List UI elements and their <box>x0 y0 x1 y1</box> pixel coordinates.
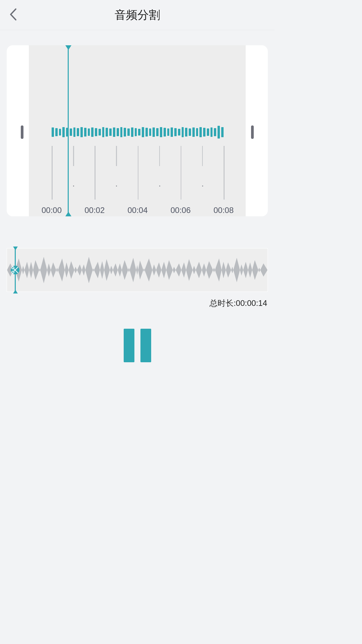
pause-button[interactable] <box>124 329 151 362</box>
waveform-tick <box>185 128 187 137</box>
waveform-tick <box>214 128 216 136</box>
waveform-tick <box>95 128 97 136</box>
waveform-tick <box>135 128 137 136</box>
time-label: 00:02 <box>84 206 105 215</box>
waveform-tick <box>124 128 126 137</box>
time-label: 00:08 <box>214 206 234 215</box>
waveform-tick <box>117 128 119 136</box>
waveform-tick <box>120 127 123 137</box>
waveform-tick <box>178 129 180 136</box>
waveform-tick <box>109 128 112 136</box>
waveform-tick <box>218 126 220 139</box>
trim-handle-start[interactable] <box>21 125 23 139</box>
duration-value: 00:00:14 <box>236 299 267 308</box>
waveform-tick <box>73 127 76 137</box>
waveform-tick <box>59 129 61 136</box>
waveform-tick <box>62 127 65 137</box>
waveform-tick <box>55 128 58 136</box>
waveform-tick <box>77 128 79 136</box>
time-label: 00:06 <box>171 206 191 215</box>
waveform-tick <box>189 128 191 136</box>
ruler-dot <box>202 185 203 186</box>
ruler-tick <box>138 146 139 200</box>
time-label: 00:04 <box>127 206 147 215</box>
waveform-tick <box>131 127 133 137</box>
waveform-tick <box>88 128 90 136</box>
back-button[interactable] <box>9 8 17 22</box>
time-label: 00:00 <box>42 206 62 215</box>
ruler-dot <box>159 185 160 186</box>
ruler-tick <box>116 146 117 166</box>
waveform-tick <box>182 127 184 137</box>
waveform-tick <box>145 128 148 137</box>
ruler-tick <box>52 146 53 200</box>
waveform-tick <box>174 128 177 136</box>
waveform-tick <box>207 128 209 136</box>
pause-icon <box>124 329 134 362</box>
scissors-icon <box>11 266 19 274</box>
waveform-tick <box>221 127 224 137</box>
waveform-overview[interactable] <box>7 248 268 292</box>
total-duration: 总时长:00:00:14 <box>209 298 267 309</box>
ruler-tick <box>224 146 225 200</box>
svg-point-0 <box>12 267 14 269</box>
waveform-tick <box>160 127 162 137</box>
waveform-tick <box>138 129 140 136</box>
pause-icon <box>140 329 151 362</box>
waveform-tick <box>196 128 198 136</box>
waveform-tick <box>102 127 105 137</box>
waveform-tick <box>149 128 152 136</box>
waveform-tick <box>91 127 94 137</box>
ruler-dot <box>73 185 74 186</box>
chevron-left-icon <box>9 8 17 21</box>
waveform-tick <box>106 128 108 137</box>
waveform-segments <box>52 126 224 139</box>
scissors-badge[interactable] <box>11 266 19 274</box>
ruler-tick <box>181 146 182 200</box>
waveform-tick <box>167 128 170 136</box>
ruler-tick <box>159 146 160 166</box>
ruler-tick <box>202 146 203 166</box>
ruler-tick <box>95 146 96 200</box>
waveform-tick <box>127 128 130 136</box>
waveform-tick <box>192 127 195 137</box>
playhead[interactable] <box>68 45 69 216</box>
page-title: 音频分割 <box>115 7 160 23</box>
ruler-dot <box>116 185 117 186</box>
waveform-tick <box>84 128 86 137</box>
waveform-tick <box>52 127 54 137</box>
waveform-tick <box>99 129 101 136</box>
ruler-tick <box>73 146 74 166</box>
waveform-tick <box>156 128 159 136</box>
time-ruler <box>52 146 224 203</box>
waveform-tick <box>80 127 83 137</box>
waveform-tick <box>199 127 202 137</box>
svg-point-1 <box>12 271 14 273</box>
waveform-tick <box>164 128 166 137</box>
waveform-tick <box>210 127 213 137</box>
waveform-tick <box>113 127 115 137</box>
timeline-track[interactable]: 00:0000:0200:0400:0600:08 <box>29 45 246 216</box>
waveform-tick <box>171 127 173 137</box>
waveform-tick <box>153 127 155 137</box>
waveform-tick <box>203 128 205 137</box>
timeline-panel: 00:0000:0200:0400:0600:08 <box>7 45 268 216</box>
trim-handle-end[interactable] <box>251 125 254 139</box>
waveform-icon <box>7 249 267 291</box>
header: 音频分割 <box>0 0 275 30</box>
duration-label: 总时长: <box>209 299 236 308</box>
waveform-tick <box>142 127 144 137</box>
waveform-tick <box>70 128 72 136</box>
